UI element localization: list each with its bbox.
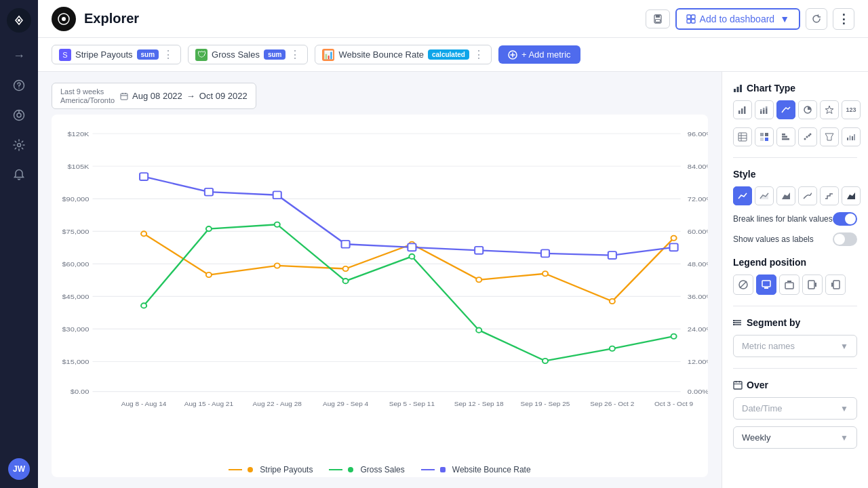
legend-pos-left[interactable] [825, 274, 846, 295]
divider-2 [733, 306, 857, 306]
svg-rect-19 [121, 94, 127, 100]
svg-rect-119 [854, 134, 855, 140]
segment-placeholder: Metric names [742, 341, 795, 351]
date-range-box[interactable]: Last 9 weeks America/Toronto Aug 08 2022… [52, 83, 256, 109]
style-line[interactable] [733, 186, 752, 205]
chart-type-horizontal-bar[interactable] [776, 127, 795, 146]
style-dark-area[interactable] [842, 186, 861, 205]
sidebar-item-settings[interactable] [7, 133, 31, 157]
break-lines-toggle[interactable] [833, 212, 857, 226]
style-step[interactable] [820, 186, 839, 205]
sidebar-avatar[interactable]: JW [8, 458, 30, 480]
svg-point-62 [343, 266, 349, 271]
svg-point-65 [542, 271, 548, 276]
over-datetime-dropdown[interactable]: Date/Time ▼ [733, 397, 857, 420]
chart-container: $120K $105K $90,000 $75,000 $60,000 $45,… [52, 115, 708, 477]
style-filled-area[interactable] [776, 186, 795, 205]
svg-rect-136 [734, 382, 742, 389]
chart-type-line[interactable] [776, 100, 795, 119]
svg-rect-84 [608, 251, 616, 259]
style-section: Style [733, 169, 857, 246]
stripe-more-icon[interactable]: ⋮ [163, 48, 174, 61]
svg-point-75 [610, 346, 615, 351]
sidebar-item-notifications[interactable] [7, 163, 31, 187]
metrics-bar: S Stripe Payouts sum ⋮ 🛡 Gross Sales sum… [38, 38, 868, 72]
legend-position-section: Legend position [733, 257, 857, 295]
svg-point-59 [141, 231, 146, 236]
svg-rect-118 [852, 136, 853, 140]
chart-type-waterfall[interactable] [842, 127, 861, 146]
svg-point-68 [141, 303, 146, 308]
style-title: Style [733, 169, 857, 180]
svg-point-111 [804, 138, 806, 140]
svg-rect-135 [733, 324, 734, 325]
svg-text:Sep 26 - Oct 2: Sep 26 - Oct 2 [590, 401, 634, 407]
weekly-dropdown[interactable]: Weekly ▼ [733, 426, 857, 449]
save-button[interactable] [646, 9, 670, 28]
sidebar-item-analytics[interactable] [7, 103, 31, 127]
more-options-button[interactable]: ⋮ [833, 8, 854, 30]
chart-type-pie[interactable] [798, 100, 817, 119]
chart-type-stacked-bar[interactable] [755, 100, 774, 119]
show-values-toggle[interactable] [833, 232, 857, 246]
stripe-badge: sum [137, 49, 159, 60]
svg-rect-81 [408, 243, 416, 251]
content-area: Last 9 weeks America/Toronto Aug 08 2022… [38, 72, 868, 488]
svg-rect-96 [766, 108, 768, 114]
break-lines-label: Break lines for blank values [733, 214, 833, 224]
svg-point-66 [610, 299, 615, 304]
legend-pos-right[interactable] [802, 274, 823, 295]
add-to-dashboard-button[interactable]: Add to dashboard ▼ [675, 8, 800, 30]
chart-type-table[interactable] [733, 127, 752, 146]
svg-text:Oct 3 - Oct 9: Oct 3 - Oct 9 [654, 401, 693, 407]
svg-rect-10 [656, 15, 660, 18]
add-metric-button[interactable]: + Add metric [498, 45, 580, 64]
style-area[interactable] [755, 186, 774, 205]
svg-point-112 [806, 136, 808, 138]
refresh-button[interactable] [806, 8, 827, 30]
weekly-dropdown-arrow: ▼ [840, 433, 848, 443]
svg-rect-11 [655, 19, 660, 22]
divider-1 [733, 157, 857, 158]
over-placeholder: Date/Time [742, 403, 782, 413]
bounce-icon: 📊 [322, 49, 334, 61]
svg-rect-110 [782, 138, 789, 140]
bounce-more-icon[interactable]: ⋮ [473, 48, 484, 61]
svg-rect-13 [691, 15, 695, 19]
chart-type-radar[interactable] [820, 100, 839, 119]
date-end: Oct 09 2022 [199, 91, 248, 101]
style-smooth[interactable] [798, 186, 817, 205]
svg-text:84.00%: 84.00% [688, 162, 708, 169]
chart-type-heatmap[interactable] [755, 127, 774, 146]
legend-gross-label: Gross Sales [360, 465, 404, 474]
svg-point-71 [343, 279, 349, 283]
svg-point-60 [206, 272, 212, 277]
sidebar-item-forward[interactable]: → [7, 43, 31, 68]
svg-rect-87 [737, 87, 739, 92]
svg-rect-89 [738, 110, 741, 114]
metric-bounce-rate[interactable]: 📊 Website Bounce Rate calculated ⋮ [315, 45, 491, 64]
metric-gross-sales[interactable]: 🛡 Gross Sales sum ⋮ [188, 45, 308, 64]
legend-pos-bottom[interactable] [756, 274, 776, 295]
chart-type-bar[interactable] [733, 100, 752, 119]
weekly-label: Weekly [742, 432, 770, 443]
chart-type-funnel[interactable] [820, 127, 839, 146]
legend-pos-none[interactable] [733, 274, 753, 295]
date-range-bar: Last 9 weeks America/Toronto Aug 08 2022… [52, 83, 708, 109]
legend-gross-sales: Gross Sales [329, 465, 404, 474]
svg-rect-105 [765, 133, 768, 136]
gross-icon: 🛡 [195, 49, 208, 61]
svg-point-61 [275, 263, 280, 268]
sidebar-logo [7, 8, 31, 33]
sidebar-item-question[interactable] [7, 73, 31, 98]
svg-text:$75,000: $75,000 [62, 227, 89, 235]
over-dropdown-arrow: ▼ [840, 404, 848, 413]
metric-stripe-payouts[interactable]: S Stripe Payouts sum ⋮ [52, 45, 181, 64]
segment-by-dropdown[interactable]: Metric names ▼ [733, 335, 857, 357]
stripe-payouts-label: Stripe Payouts [75, 49, 133, 60]
gross-more-icon[interactable]: ⋮ [290, 48, 300, 61]
over-section: Over Date/Time ▼ Weekly ▼ [733, 380, 857, 449]
chart-type-number[interactable]: 123 [842, 100, 861, 119]
chart-type-scatter[interactable] [798, 127, 817, 146]
legend-pos-top[interactable] [779, 274, 800, 295]
